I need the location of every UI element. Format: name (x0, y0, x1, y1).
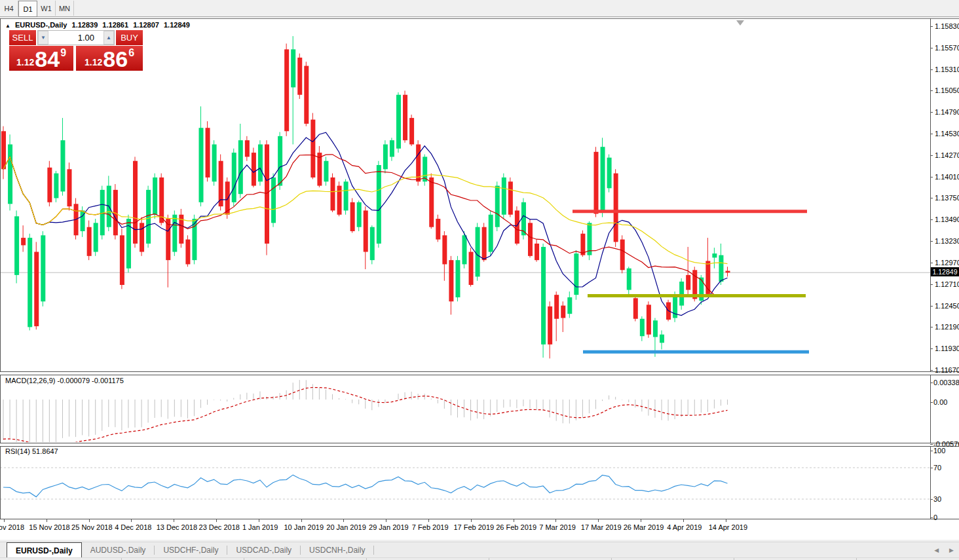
price-axis-label: 1.12970 (935, 259, 959, 267)
candle-body (726, 271, 730, 273)
rsi-value: 51.8647 (32, 447, 58, 455)
axis-tick (555, 519, 556, 522)
macd-values: -0.000079 -0.001175 (57, 377, 123, 384)
candle-body (429, 177, 434, 227)
axis-tick (930, 444, 933, 445)
candle-body (620, 240, 625, 271)
candle-body (390, 140, 394, 157)
buy-button[interactable]: BUY (116, 30, 143, 45)
rsi-axis-label: 0 (933, 513, 937, 521)
date-axis-label: 10 Jan 2019 (284, 523, 324, 531)
candle-body (594, 152, 599, 214)
date-axis-label: 1 Jan 2019 (242, 523, 278, 531)
chart-tab-usdchf[interactable]: USDCHF-,Daily (155, 542, 227, 558)
price-axis-label: 1.15050 (935, 86, 959, 94)
bid-price-panel[interactable]: 1.12 84 9 (9, 46, 73, 71)
price-axis-label: 1.14010 (935, 173, 959, 181)
candle-body (686, 275, 690, 290)
collapse-triangle-icon[interactable]: ▲ (5, 23, 10, 29)
date-axis-label: 17 Mar 2019 (581, 523, 622, 531)
chart-tab-eurusd[interactable]: EURUSD-,Daily (7, 542, 82, 558)
date-axis-label: 26 Feb 2019 (496, 523, 536, 531)
candle-body (462, 235, 467, 264)
price-axis-label: 1.12190 (935, 323, 959, 331)
axis-tick (131, 519, 132, 522)
bid-price-pip: 9 (60, 47, 66, 59)
axis-tick (930, 26, 933, 27)
candle-body (8, 144, 12, 204)
date-axis-label: 15 Nov 2018 (29, 523, 69, 531)
volume-decrease-button[interactable]: ▼ (38, 31, 48, 45)
axis-tick (930, 69, 933, 70)
candle-body (310, 120, 315, 177)
candle-body (331, 177, 335, 210)
candle-body (291, 49, 295, 87)
volume-input[interactable] (48, 31, 103, 45)
candle-body (409, 118, 414, 144)
candle-body (482, 227, 487, 260)
date-axis-label: 7 Mar 2019 (539, 523, 576, 531)
tab-scroll-left-icon[interactable]: ◀ (929, 547, 944, 553)
candle-body (284, 49, 289, 131)
candle-body (337, 186, 342, 215)
candle-body (67, 169, 72, 206)
one-click-trading-panel: SELL ▼ ▲ BUY 1.12 84 9 1.12 86 6 (9, 30, 143, 71)
price-axis-label: 1.15570 (935, 44, 959, 52)
date-axis-label: 25 Nov 2018 (71, 523, 112, 531)
axis-tick (598, 519, 599, 522)
date-axis-label: 4 Dec 2018 (115, 523, 151, 531)
candle-body (436, 219, 440, 240)
volume-increase-button[interactable]: ▲ (103, 31, 114, 45)
axis-tick (930, 499, 933, 500)
ohlc-high: 1.12861 (102, 21, 128, 29)
candle-body (614, 174, 618, 242)
mt4-window: { "toolbar": { "timeframes": [ {"label":… (0, 0, 959, 560)
ask-price-panel[interactable]: 1.12 86 6 (76, 46, 143, 71)
price-axis-label: 1.11930 (935, 345, 959, 352)
candle-body (370, 227, 375, 260)
current-price-badge: 1.12849 (931, 267, 959, 276)
candle-body (344, 181, 348, 210)
candle-body (140, 223, 144, 252)
pane-separator-rsi[interactable] (0, 443, 959, 447)
candle-body (561, 306, 565, 318)
axis-tick (301, 519, 302, 522)
axis-tick (259, 519, 259, 522)
candle-body (14, 216, 19, 275)
candle-body (396, 95, 401, 149)
price-axis-label: 1.14270 (935, 151, 959, 159)
symbol-ohlc-line: ▲ EURUSD-,Daily 1.12839 1.12861 1.12807 … (5, 21, 193, 29)
chart-tab-usdcnh[interactable]: USDCNH-,Daily (301, 542, 373, 558)
chart-shift-marker-icon[interactable] (736, 20, 744, 26)
price-axis-label: 1.13230 (935, 237, 959, 245)
candle-body (455, 260, 460, 297)
candle-body (133, 161, 138, 244)
macd-indicator-label: MACD(12,26,9) -0.000079 -0.001175 (5, 377, 124, 384)
pane-separator-macd[interactable] (0, 371, 959, 375)
candle-body (258, 144, 263, 181)
status-bar (0, 557, 959, 560)
date-axis-label: 23 Dec 2018 (199, 523, 240, 531)
chart-tab-usdcad[interactable]: USDCAD-,Daily (227, 542, 300, 558)
axis-tick (930, 134, 933, 134)
candle-body (383, 144, 388, 169)
axis-tick (726, 519, 726, 522)
candle-body (489, 215, 493, 252)
rsi-axis-label: 100 (933, 447, 945, 455)
axis-tick (930, 468, 933, 468)
volume-spinner: ▼ ▲ (37, 30, 115, 45)
axis-tick (930, 327, 933, 327)
price-axis-label: 1.13490 (935, 215, 959, 223)
axis-tick (930, 370, 933, 371)
bid-price-prefix: 1.12 (16, 57, 34, 67)
axis-tick (428, 519, 429, 522)
candle-body (304, 66, 309, 124)
axis-tick (471, 519, 472, 522)
ask-price-prefix: 1.12 (85, 57, 102, 67)
tab-scroll-right-icon[interactable]: ▶ (944, 547, 959, 553)
chart-tab-audusd[interactable]: AUDUSD-,Daily (82, 542, 155, 558)
candle-body (199, 128, 204, 202)
axis-tick (930, 402, 933, 403)
ohlc-open: 1.12839 (72, 21, 98, 29)
sell-button[interactable]: SELL (9, 30, 36, 45)
